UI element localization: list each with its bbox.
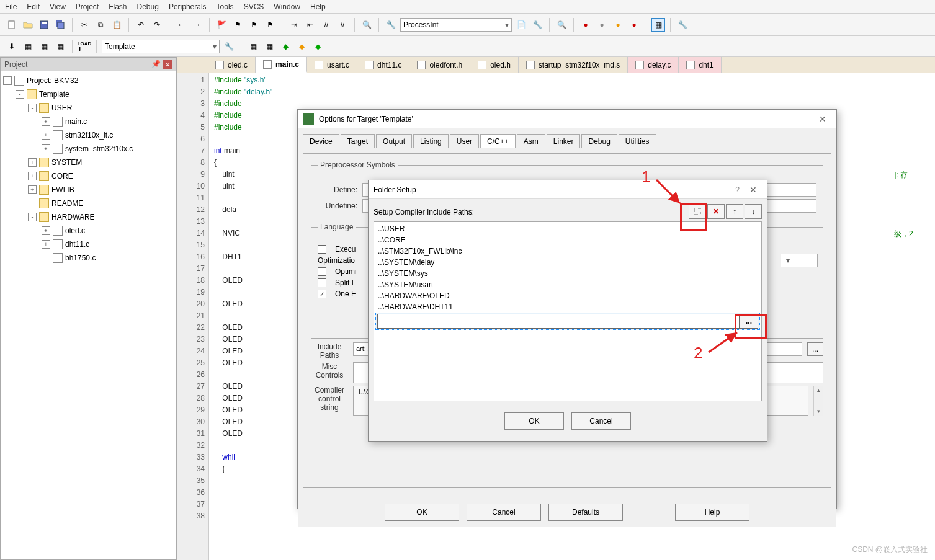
- comment-icon[interactable]: //: [320, 18, 333, 32]
- tab-oled-c[interactable]: oled.c: [208, 57, 256, 73]
- include-paths-browse-button[interactable]: ...: [807, 342, 823, 356]
- open-icon[interactable]: [21, 18, 35, 32]
- ok-button[interactable]: OK: [385, 504, 459, 521]
- save-all-icon[interactable]: [53, 18, 67, 32]
- menu-view[interactable]: View: [50, 2, 66, 11]
- project-tree[interactable]: - Project: BKM32 - Template - USER +main…: [1, 71, 176, 559]
- expander-icon[interactable]: -: [16, 90, 24, 99]
- undo-icon[interactable]: ↶: [134, 18, 148, 32]
- menu-peripherals[interactable]: Peripherals: [169, 2, 207, 11]
- menu-window[interactable]: Window: [274, 2, 300, 11]
- help-icon[interactable]: ?: [735, 185, 740, 194]
- list-item[interactable]: ..\SYSTEM\usart: [375, 279, 760, 290]
- dialog-titlebar[interactable]: Options for Target 'Template' ✕: [298, 110, 836, 128]
- tab-debug[interactable]: Debug: [581, 134, 617, 148]
- tab-delay-c[interactable]: delay.c: [628, 57, 679, 73]
- optimize-checkbox[interactable]: [318, 267, 326, 276]
- bookmark-prev-icon[interactable]: ⚑: [231, 18, 244, 32]
- pack2-icon[interactable]: ◆: [295, 40, 308, 53]
- tab-startup-s[interactable]: startup_stm32f10x_md.s: [519, 57, 628, 73]
- load-icon[interactable]: LOAD⬇: [78, 40, 91, 53]
- warnings-select[interactable]: [781, 254, 818, 267]
- list-item[interactable]: ..\STM32F10x_FWLib\inc: [375, 246, 760, 257]
- expander-icon[interactable]: -: [28, 213, 37, 221]
- menu-project[interactable]: Project: [76, 2, 99, 11]
- close-icon[interactable]: ✕: [745, 183, 762, 197]
- expander-icon[interactable]: +: [42, 240, 50, 249]
- tree-group-fwlib[interactable]: +FWLIB: [1, 183, 176, 197]
- tab-oledfont-h[interactable]: oledfont.h: [409, 57, 470, 73]
- bookmark-next-icon[interactable]: ⚑: [247, 18, 261, 32]
- bookmark-clear-icon[interactable]: ⚑: [263, 18, 277, 32]
- delete-path-button[interactable]: ✕: [707, 204, 725, 219]
- menu-tools[interactable]: Tools: [217, 2, 234, 11]
- tree-group-user[interactable]: - USER: [1, 101, 176, 115]
- ok-button[interactable]: OK: [504, 412, 564, 430]
- browse-button[interactable]: ...: [740, 314, 758, 329]
- tree-group-readme[interactable]: README: [1, 197, 176, 210]
- pack3-icon[interactable]: ◆: [311, 40, 324, 53]
- menu-debug[interactable]: Debug: [137, 2, 159, 11]
- menu-help[interactable]: Help: [310, 2, 326, 11]
- tab-linker[interactable]: Linker: [547, 134, 581, 148]
- tab-utilities[interactable]: Utilities: [619, 134, 656, 148]
- tree-file[interactable]: +stm32f10x_it.c: [1, 128, 176, 142]
- tool-b-icon[interactable]: 🔧: [530, 18, 544, 32]
- tree-group-core[interactable]: +CORE: [1, 169, 176, 183]
- debug-icon[interactable]: 🔧: [384, 18, 398, 32]
- nav-back-icon[interactable]: ←: [174, 18, 188, 32]
- scroll-down-icon[interactable]: ▾: [817, 408, 820, 414]
- red-dot2-icon[interactable]: ●: [627, 18, 641, 32]
- pack-icon[interactable]: ◆: [279, 40, 292, 53]
- close-icon[interactable]: ✕: [163, 60, 172, 69]
- outdent-icon[interactable]: ⇤: [303, 18, 317, 32]
- indent-icon[interactable]: ⇥: [287, 18, 301, 32]
- orange-dot-icon[interactable]: ●: [611, 18, 625, 32]
- list-item[interactable]: ..\SYSTEM\delay: [375, 257, 760, 268]
- expander-icon[interactable]: +: [42, 131, 50, 140]
- wrench-icon[interactable]: 🔧: [676, 18, 689, 32]
- tab-oled-h[interactable]: oled.h: [470, 57, 519, 73]
- tab-output[interactable]: Output: [376, 134, 412, 148]
- translate-icon[interactable]: ⬇: [5, 40, 19, 53]
- target-select[interactable]: Template: [102, 40, 220, 53]
- tab-asm[interactable]: Asm: [517, 134, 545, 148]
- tab-user[interactable]: User: [450, 134, 479, 148]
- tree-file[interactable]: bh1750.c: [1, 251, 176, 265]
- new-file-icon[interactable]: [5, 18, 19, 32]
- tab-listing[interactable]: Listing: [413, 134, 449, 148]
- bookmark-icon[interactable]: 🚩: [215, 18, 228, 32]
- find-combo[interactable]: ProcessInt: [400, 18, 512, 32]
- menu-edit[interactable]: Edit: [27, 2, 40, 11]
- tool-a-icon[interactable]: 📄: [514, 18, 528, 32]
- menu-svcs[interactable]: SVCS: [244, 2, 264, 11]
- tab-usart-c[interactable]: usart.c: [307, 57, 357, 73]
- expander-icon[interactable]: +: [28, 158, 37, 167]
- tree-template[interactable]: - Template: [1, 87, 176, 101]
- redo-icon[interactable]: ↷: [150, 18, 164, 32]
- new-path-button[interactable]: [689, 204, 706, 219]
- expander-icon[interactable]: +: [42, 117, 50, 126]
- list-item[interactable]: ..\SYSTEM\sys: [375, 268, 760, 279]
- dialog-titlebar[interactable]: Folder Setup ? ✕: [369, 180, 767, 199]
- list-item[interactable]: ..\HARDWARE\OLED: [375, 290, 760, 301]
- list-item-editing[interactable]: ...: [375, 313, 760, 330]
- execute-only-checkbox[interactable]: [318, 245, 326, 254]
- multi-icon[interactable]: ▦: [262, 40, 276, 53]
- magnify-icon[interactable]: 🔍: [555, 18, 568, 32]
- rebuild-icon[interactable]: ▦: [37, 40, 51, 53]
- defaults-button[interactable]: Defaults: [548, 504, 623, 521]
- scroll-up-icon[interactable]: ▴: [817, 387, 820, 393]
- tab-main-c[interactable]: main.c: [256, 57, 307, 73]
- list-item[interactable]: ..\HARDWARE\DHT11: [375, 301, 760, 313]
- paste-icon[interactable]: 📋: [110, 18, 123, 32]
- find-icon[interactable]: 🔍: [360, 18, 374, 32]
- expander-icon[interactable]: -: [3, 76, 12, 85]
- tree-root[interactable]: - Project: BKM32: [1, 74, 176, 87]
- pin-icon[interactable]: 📌: [151, 60, 161, 69]
- move-down-button[interactable]: ↓: [745, 204, 762, 219]
- move-up-button[interactable]: ↑: [726, 204, 743, 219]
- tab-device[interactable]: Device: [303, 134, 339, 148]
- close-icon[interactable]: ✕: [814, 112, 831, 126]
- list-item[interactable]: ..\USER: [375, 223, 760, 234]
